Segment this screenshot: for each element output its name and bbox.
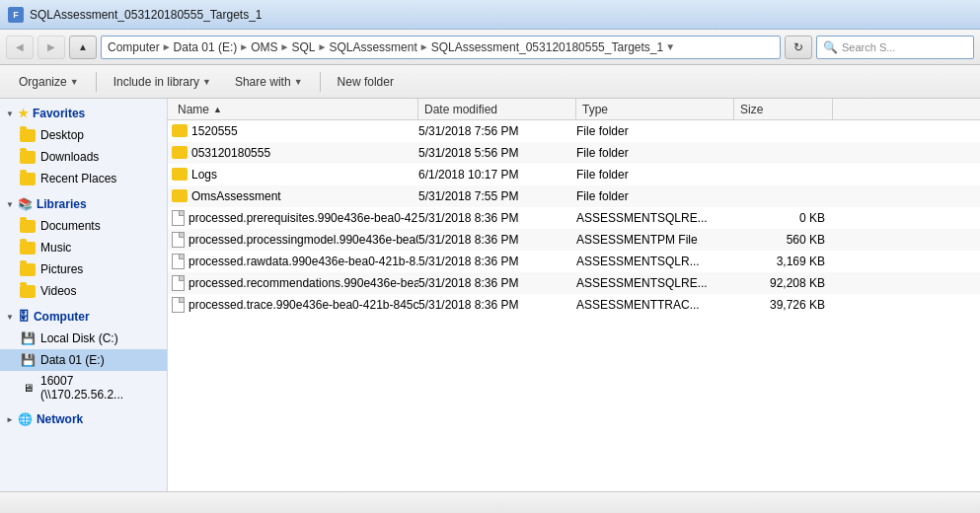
- network-label: Network: [37, 412, 83, 426]
- include-library-dropdown-icon: ▼: [202, 77, 211, 87]
- file-name-cell: processed.rawdata.990e436e-bea0-421b-8..…: [172, 254, 418, 269]
- col-name-label: Name: [178, 103, 209, 116]
- libraries-section: ▼ 📚 Libraries Documents Music: [0, 193, 167, 302]
- libraries-icon: 📚: [18, 197, 33, 211]
- drive-e-icon: 💾: [20, 352, 36, 368]
- col-type-label: Type: [582, 103, 608, 116]
- file-date-cell: 5/31/2018 8:36 PM: [418, 233, 576, 247]
- table-row[interactable]: Logs 6/1/2018 10:17 PM File folder: [168, 164, 980, 185]
- path-arrow-4: ►: [317, 41, 327, 52]
- include-library-button[interactable]: Include in library ▼: [103, 69, 222, 95]
- sidebar-item-downloads[interactable]: Downloads: [0, 146, 167, 168]
- sidebar-item-videos[interactable]: Videos: [0, 280, 167, 302]
- path-arrow-5: ►: [419, 41, 429, 52]
- sidebar-item-music[interactable]: Music: [0, 237, 167, 258]
- file-name: 053120180555: [191, 146, 270, 160]
- path-target: SQLAssessment_053120180555_Targets_1: [431, 40, 664, 54]
- table-row[interactable]: processed.processingmodel.990e436e-bea0-…: [168, 229, 980, 251]
- file-date-cell: 5/31/2018 7:55 PM: [418, 189, 576, 203]
- share-with-label: Share with: [235, 75, 291, 89]
- back-button[interactable]: ◀: [6, 36, 34, 59]
- main-layout: ▼ ★ Favorites Desktop Downloads: [0, 99, 980, 491]
- refresh-button[interactable]: ↻: [785, 36, 812, 59]
- file-type-cell: File folder: [576, 146, 734, 160]
- sidebar-item-network-share[interactable]: 🖥 16007 (\\170.25.56.2...: [0, 371, 167, 404]
- file-date-cell: 5/31/2018 5:56 PM: [418, 146, 576, 160]
- folder-icon: [172, 124, 188, 137]
- file-name-cell: processed.recommendations.990e436e-bea..…: [172, 275, 418, 291]
- share-with-button[interactable]: Share with ▼: [224, 69, 314, 95]
- file-size-cell: 3,169 KB: [734, 255, 833, 268]
- toolbar-sep-1: [96, 72, 97, 92]
- table-row[interactable]: 053120180555 5/31/2018 5:56 PM File fold…: [168, 142, 980, 164]
- folder-icon: [172, 146, 188, 159]
- computer-label: Computer: [34, 310, 90, 324]
- forward-button[interactable]: ▶: [38, 36, 65, 59]
- file-date-cell: 5/31/2018 7:56 PM: [418, 124, 576, 138]
- file-name: processed.rawdata.990e436e-bea0-421b-8..…: [188, 255, 418, 268]
- downloads-folder-icon: [20, 149, 36, 165]
- sidebar-item-videos-label: Videos: [40, 284, 76, 298]
- network-header[interactable]: ► 🌐 Network: [0, 408, 167, 430]
- path-arrow-2: ►: [239, 41, 249, 52]
- table-row[interactable]: processed.prerequisites.990e436e-bea0-42…: [168, 207, 980, 229]
- videos-icon: [20, 283, 36, 299]
- file-size-cell: 39,726 KB: [734, 298, 833, 312]
- toolbar: Organize ▼ Include in library ▼ Share wi…: [0, 65, 980, 99]
- file-type-cell: ASSESSMENTTRAC...: [576, 298, 734, 312]
- table-row[interactable]: processed.rawdata.990e436e-bea0-421b-8..…: [168, 251, 980, 272]
- table-row[interactable]: processed.recommendations.990e436e-bea..…: [168, 272, 980, 294]
- sidebar-item-recent-label: Recent Places: [40, 172, 116, 185]
- col-date-label: Date modified: [424, 103, 497, 116]
- table-row[interactable]: 1520555 5/31/2018 7:56 PM File folder: [168, 120, 980, 142]
- file-name-cell: processed.prerequisites.990e436e-bea0-42…: [172, 210, 418, 226]
- organize-label: Organize: [19, 75, 67, 89]
- sidebar-item-data-01-e[interactable]: 💾 Data 01 (E:): [0, 349, 167, 371]
- file-date-cell: 5/31/2018 8:36 PM: [418, 298, 576, 312]
- sidebar-item-recent-places[interactable]: Recent Places: [0, 168, 167, 189]
- file-name-cell: OmsAssessment: [172, 189, 418, 203]
- network-icon: 🌐: [18, 412, 33, 426]
- search-box[interactable]: 🔍 Search S...: [816, 36, 974, 59]
- new-folder-button[interactable]: New folder: [327, 69, 405, 95]
- app-icon: F: [8, 7, 24, 23]
- window-title: SQLAssessment_053120180555_Targets_1: [30, 8, 263, 22]
- col-header-size[interactable]: Size: [734, 99, 833, 119]
- file-name-cell: Logs: [172, 168, 418, 182]
- file-date-cell: 5/31/2018 8:36 PM: [418, 211, 576, 225]
- star-icon: ★: [18, 107, 29, 120]
- file-doc-icon: [172, 232, 185, 248]
- sidebar-item-local-disk-c-label: Local Disk (C:): [40, 331, 118, 345]
- column-headers: Name ▲ Date modified Type Size: [168, 99, 980, 120]
- sidebar-item-pictures[interactable]: Pictures: [0, 258, 167, 280]
- favorites-header[interactable]: ▼ ★ Favorites: [0, 103, 167, 124]
- path-oms: OMS: [251, 40, 277, 54]
- col-header-name[interactable]: Name ▲: [172, 99, 418, 119]
- favorites-triangle: ▼: [6, 110, 14, 118]
- col-header-date[interactable]: Date modified: [418, 99, 576, 119]
- favorites-section: ▼ ★ Favorites Desktop Downloads: [0, 103, 167, 189]
- computer-section: ▼ 🗄 Computer 💾 Local Disk (C:) 💾 Data 01…: [0, 306, 167, 404]
- file-type-cell: ASSESSMENTSQLR...: [576, 255, 734, 268]
- table-row[interactable]: OmsAssessment 5/31/2018 7:55 PM File fol…: [168, 185, 980, 207]
- file-name-cell: 053120180555: [172, 146, 418, 160]
- col-header-type[interactable]: Type: [576, 99, 734, 119]
- network-share-icon: 🖥: [20, 380, 36, 396]
- organize-dropdown-icon: ▼: [70, 77, 79, 87]
- sidebar-item-documents[interactable]: Documents: [0, 215, 167, 237]
- search-text: Search S...: [842, 41, 895, 53]
- up-button[interactable]: ▲: [69, 36, 97, 59]
- sidebar-item-local-disk-c[interactable]: 💾 Local Disk (C:): [0, 328, 167, 349]
- network-section: ► 🌐 Network: [0, 408, 167, 430]
- address-path[interactable]: Computer ► Data 01 (E:) ► OMS ► SQL ► SQ…: [101, 36, 781, 59]
- favorites-label: Favorites: [33, 107, 85, 120]
- organize-button[interactable]: Organize ▼: [8, 69, 90, 95]
- network-triangle: ►: [6, 415, 14, 424]
- file-type-cell: ASSESSMENTSQLRE...: [576, 276, 734, 290]
- libraries-header[interactable]: ▼ 📚 Libraries: [0, 193, 167, 215]
- computer-header[interactable]: ▼ 🗄 Computer: [0, 306, 167, 328]
- file-name: processed.processingmodel.990e436e-bea0-…: [188, 233, 418, 247]
- folder-icon: [172, 189, 188, 202]
- sidebar-item-desktop[interactable]: Desktop: [0, 124, 167, 146]
- table-row[interactable]: processed.trace.990e436e-bea0-421b-845c-…: [168, 294, 980, 316]
